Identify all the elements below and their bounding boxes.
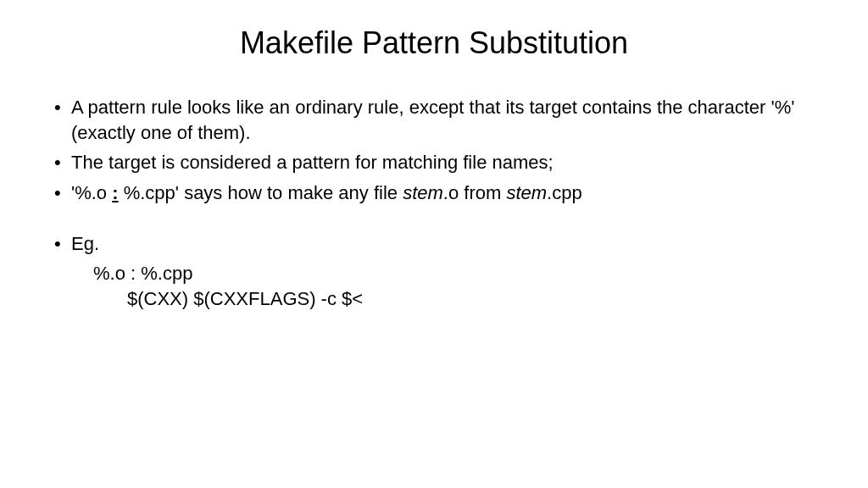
slide-title: Makefile Pattern Substitution (51, 25, 817, 61)
bullet-item-3: '%.o : %.cpp' says how to make any file … (51, 180, 817, 206)
bullet-3-stem1: stem (403, 182, 443, 203)
bullet-3-text-c: .o from (443, 182, 507, 203)
bullet-list: A pattern rule looks like an ordinary ru… (51, 95, 817, 256)
bullet-3-text-b: %.cpp' says how to make any file (119, 182, 403, 203)
bullet-3-colon: : (112, 182, 118, 203)
bullet-3-text-d: .cpp (547, 182, 582, 203)
bullet-item-4: Eg. (51, 231, 817, 257)
bullet-3-stem2: stem (506, 182, 547, 203)
bullet-3-text-a: '%.o (71, 182, 112, 203)
code-line-1: %.o : %.cpp (51, 261, 817, 286)
bullet-item-1: A pattern rule looks like an ordinary ru… (51, 95, 817, 145)
bullet-item-2: The target is considered a pattern for m… (51, 150, 817, 175)
code-line-2: $(CXX) $(CXXFLAGS) -c $< (51, 286, 817, 312)
